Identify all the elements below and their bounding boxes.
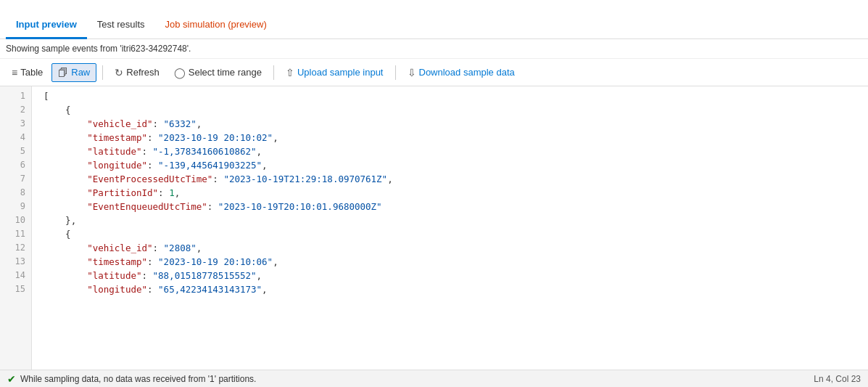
upload-icon: ⇧ [286, 67, 294, 78]
line-num-15: 15 [15, 282, 25, 296]
status-left: ✔ While sampling data, no data was recei… [7, 373, 256, 385]
line-num-2: 2 [20, 103, 25, 117]
code-line-15: "longitude": "65,42234143143173", [44, 282, 868, 296]
status-bar: ✔ While sampling data, no data was recei… [0, 370, 868, 387]
status-position: Ln 4, Col 23 [814, 374, 861, 384]
code-line-7: "EventProcessedUtcTime": "2023-10-19T21:… [44, 172, 868, 186]
download-icon: ⇩ [408, 67, 416, 78]
code-line-14: "latitude": "88,01518778515552", [44, 269, 868, 282]
line-num-3: 3 [20, 117, 25, 131]
line-num-11: 11 [15, 227, 25, 241]
status-message: While sampling data, no data was receive… [20, 374, 256, 384]
code-line-11: { [44, 227, 868, 241]
line-num-8: 8 [20, 186, 25, 200]
line-num-9: 9 [20, 200, 25, 213]
code-line-10: }, [44, 213, 868, 227]
tabs-bar: Input preview Test results Job simulatio… [0, 0, 868, 39]
code-line-2: { [44, 103, 868, 117]
code-line-4: "timestamp": "2023-10-19 20:10:02", [44, 131, 868, 144]
code-content[interactable]: [ { "vehicle_id": "6332", "timestamp": "… [32, 86, 868, 370]
line-num-7: 7 [20, 172, 25, 186]
divider-3 [395, 65, 396, 80]
line-num-14: 14 [15, 269, 25, 282]
table-button[interactable]: ≡ Table [6, 64, 49, 81]
subtitle: Showing sample events from 'itri623-3429… [0, 39, 868, 59]
line-num-10: 10 [15, 213, 25, 227]
line-numbers: 1 2 3 4 5 6 7 8 9 10 11 12 13 14 15 [0, 86, 32, 370]
code-line-8: "PartitionId": 1, [44, 186, 868, 200]
select-time-button[interactable]: ◯ Select time range [168, 64, 268, 81]
divider-1 [102, 65, 103, 80]
line-num-1: 1 [20, 89, 25, 103]
tab-test-results[interactable]: Test results [87, 12, 155, 39]
upload-button[interactable]: ⇧ Upload sample input [280, 64, 389, 81]
download-button[interactable]: ⇩ Download sample data [402, 64, 521, 81]
editor-area: 1 2 3 4 5 6 7 8 9 10 11 12 13 14 15 [ { … [0, 86, 868, 370]
code-line-9: "EventEnqueuedUtcTime": "2023-10-19T20:1… [44, 200, 868, 213]
line-num-5: 5 [20, 144, 25, 158]
line-num-12: 12 [15, 241, 25, 255]
line-num-13: 13 [15, 255, 25, 269]
code-line-13: "timestamp": "2023-10-19 20:10:06", [44, 255, 868, 269]
code-line-3: "vehicle_id": "6332", [44, 117, 868, 131]
code-line-1: [ [44, 89, 868, 103]
divider-2 [273, 65, 274, 80]
tab-job-simulation[interactable]: Job simulation (preview) [155, 12, 277, 39]
raw-icon: 🗍 [58, 67, 68, 78]
line-num-6: 6 [20, 158, 25, 172]
tab-input-preview[interactable]: Input preview [6, 12, 87, 39]
toolbar: ≡ Table 🗍 Raw ↻ Refresh ◯ Select time ra… [0, 59, 868, 86]
table-icon: ≡ [12, 67, 17, 78]
code-line-12: "vehicle_id": "2808", [44, 241, 868, 255]
refresh-icon: ↻ [115, 67, 123, 78]
code-line-5: "latitude": "-1,37834160610862", [44, 144, 868, 158]
raw-button[interactable]: 🗍 Raw [51, 63, 96, 82]
refresh-button[interactable]: ↻ Refresh [109, 64, 165, 81]
code-line-6: "longitude": "-139,445641903225", [44, 158, 868, 172]
line-num-4: 4 [20, 131, 25, 144]
clock-icon: ◯ [174, 67, 186, 78]
status-check-icon: ✔ [7, 373, 16, 385]
